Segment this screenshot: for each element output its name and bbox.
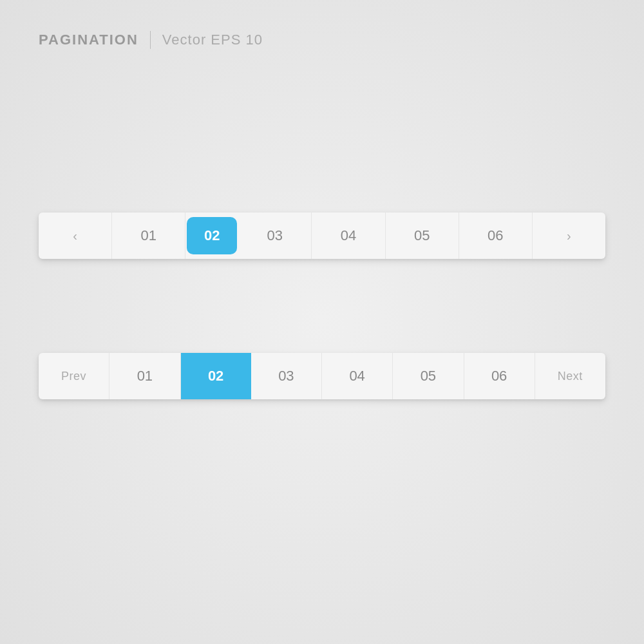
bar1-page-06[interactable]: 06 <box>459 213 533 259</box>
prev-icon: ‹ <box>73 229 77 243</box>
bar1-prev[interactable]: ‹ <box>39 213 112 259</box>
bar1-page-04[interactable]: 04 <box>312 213 385 259</box>
bar2-page-05[interactable]: 05 <box>393 353 464 399</box>
header-divider <box>150 31 151 49</box>
bar2-next[interactable]: Next <box>535 353 605 399</box>
bar2-page-04[interactable]: 04 <box>322 353 393 399</box>
bar2-page-02[interactable]: 02 <box>181 353 251 399</box>
bar1-page-05[interactable]: 05 <box>386 213 459 259</box>
bar2-page-06[interactable]: 06 <box>464 353 535 399</box>
bar1-page-02[interactable]: 02 <box>187 217 237 254</box>
pagination-bar-2: Prev010203040506Next <box>39 353 605 399</box>
bar2-page-03[interactable]: 03 <box>251 353 322 399</box>
bar2-prev[interactable]: Prev <box>39 353 109 399</box>
header-title: PAGINATION <box>39 32 138 48</box>
bar2-page-01[interactable]: 01 <box>109 353 180 399</box>
bar1-page-01[interactable]: 01 <box>112 213 185 259</box>
bar1-next[interactable]: › <box>533 213 605 259</box>
next-icon: › <box>567 229 571 243</box>
bar1-page-03[interactable]: 03 <box>238 213 312 259</box>
pagination-bar-1: ‹010203040506› <box>39 213 605 259</box>
header: PAGINATION Vector EPS 10 <box>39 31 263 49</box>
header-subtitle: Vector EPS 10 <box>162 32 263 48</box>
